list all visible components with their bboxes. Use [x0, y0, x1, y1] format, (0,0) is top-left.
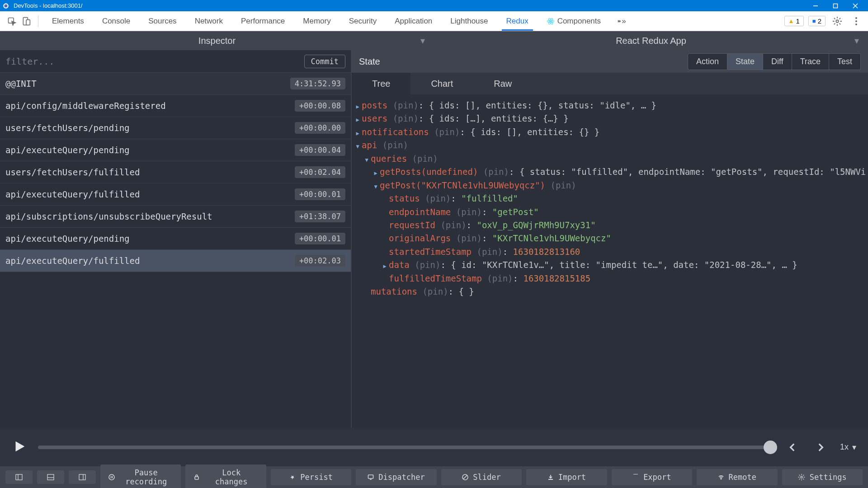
state-tree[interactable]: posts (pin): { ids: [], entities: {}, st…	[352, 94, 868, 428]
view-test[interactable]: Test	[829, 53, 861, 70]
action-row[interactable]: api/subscriptions/unsubscribeQueryResult…	[0, 206, 351, 228]
pause-icon	[108, 474, 115, 480]
more-tabs-icon[interactable]: »	[614, 14, 629, 28]
state-pane: State ActionStateDiffTraceTest TreeChart…	[352, 50, 868, 428]
view-action[interactable]: Action	[688, 53, 727, 70]
export-button[interactable]: Export	[612, 469, 692, 485]
view-trace[interactable]: Trace	[792, 53, 829, 70]
step-forward-button[interactable]	[812, 439, 829, 456]
action-row[interactable]: api/executeQuery/pending+00:00.01	[0, 228, 351, 250]
action-name: api/config/middlewareRegistered	[5, 101, 295, 111]
action-row[interactable]: @@INIT4:31:52.93	[0, 73, 351, 95]
commit-button[interactable]: Commit	[304, 55, 345, 68]
expand-icon[interactable]	[354, 99, 362, 112]
action-time: +00:02.03	[295, 255, 345, 267]
svg-point-16	[855, 20, 857, 22]
pause-label: Pause recording	[119, 468, 173, 486]
expand-icon[interactable]	[354, 126, 362, 139]
slider-thumb[interactable]	[764, 441, 777, 454]
subtab-raw[interactable]: Raw	[473, 73, 532, 94]
expand-icon[interactable]	[354, 112, 362, 125]
more-menu-icon[interactable]	[849, 14, 863, 28]
tab-sources[interactable]: Sources	[139, 11, 185, 31]
svg-point-17	[855, 23, 857, 25]
subtab-chart[interactable]: Chart	[410, 73, 473, 94]
window-minimize-button[interactable]	[806, 0, 826, 11]
inspect-element-icon[interactable]	[5, 14, 19, 28]
action-name: api/executeQuery/pending	[5, 145, 295, 155]
expand-icon[interactable]	[372, 165, 380, 178]
window-close-button[interactable]	[845, 0, 865, 11]
action-list[interactable]: @@INIT4:31:52.93api/config/middlewareReg…	[0, 73, 351, 428]
device-toolbar-icon[interactable]	[19, 14, 33, 28]
messages-badge[interactable]: 2	[808, 16, 826, 26]
view-state[interactable]: State	[727, 53, 763, 70]
action-row[interactable]: users/fetchUsers/fulfilled+00:02.04	[0, 161, 351, 183]
tab-components-label: Components	[557, 17, 601, 26]
collapse-icon[interactable]	[363, 152, 371, 165]
svg-point-24	[109, 474, 114, 480]
svg-rect-20	[47, 474, 54, 480]
svg-rect-4	[834, 4, 838, 8]
action-name: api/subscriptions/unsubscribeQueryResult	[5, 211, 295, 221]
action-name: api/executeQuery/pending	[5, 234, 295, 244]
tab-lighthouse[interactable]: Lighthouse	[441, 11, 497, 31]
action-row[interactable]: api/executeQuery/pending+00:00.04	[0, 139, 351, 161]
step-back-button[interactable]	[784, 439, 801, 456]
collapse-icon[interactable]	[372, 179, 380, 192]
lock-changes-button[interactable]: Lock changes	[185, 465, 266, 488]
slider-button[interactable]: Slider	[441, 469, 522, 485]
window-title: DevTools - localhost:3001/	[14, 2, 82, 9]
action-row[interactable]: users/fetchUsers/pending+00:00.00	[0, 117, 351, 139]
play-button[interactable]	[12, 439, 27, 455]
instance-title: React Redux App	[616, 36, 686, 46]
window-maximize-button[interactable]	[826, 0, 845, 11]
gear-icon	[798, 474, 805, 481]
subtab-tree[interactable]: Tree	[352, 73, 410, 94]
filter-input[interactable]	[5, 56, 304, 67]
tab-security[interactable]: Security	[340, 11, 386, 31]
state-subtabs: TreeChartRaw	[352, 73, 868, 94]
svg-point-2	[5, 5, 7, 7]
tab-performance[interactable]: Performance	[232, 11, 294, 31]
tab-redux[interactable]: Redux	[497, 11, 538, 31]
action-time: +00:00.04	[295, 144, 345, 156]
devtools-tabs: Elements Console Sources Network Perform…	[43, 11, 629, 31]
import-button[interactable]: Import	[526, 469, 607, 485]
timeline-slider[interactable]	[38, 446, 773, 449]
layout-right-button[interactable]	[69, 470, 96, 484]
tab-components[interactable]: Components	[538, 11, 610, 31]
tab-memory[interactable]: Memory	[294, 11, 340, 31]
pause-recording-button[interactable]: Pause recording	[100, 465, 181, 488]
tab-application[interactable]: Application	[386, 11, 441, 31]
window-titlebar: DevTools - localhost:3001/	[0, 0, 868, 11]
remote-button[interactable]: Remote	[697, 469, 777, 485]
layout-bottom-button[interactable]	[37, 470, 64, 484]
expand-icon[interactable]	[381, 258, 389, 272]
collapse-icon[interactable]	[354, 139, 362, 152]
tab-elements[interactable]: Elements	[43, 11, 93, 31]
settings-gear-icon[interactable]	[830, 14, 844, 28]
warnings-badge[interactable]: 1	[784, 16, 804, 26]
tab-network[interactable]: Network	[186, 11, 232, 31]
view-diff[interactable]: Diff	[763, 53, 792, 70]
instance-dropdown-icon[interactable]: ▾	[854, 35, 859, 46]
redux-header: Inspector ▾ React Redux App ▾	[0, 31, 868, 50]
layout-left-button[interactable]	[5, 470, 33, 484]
persist-button[interactable]: Persist	[271, 469, 351, 485]
tab-console[interactable]: Console	[93, 11, 139, 31]
action-row[interactable]: api/config/middlewareRegistered+00:00.08	[0, 95, 351, 117]
dispatcher-button[interactable]: Dispatcher	[356, 469, 436, 485]
action-row[interactable]: api/executeQuery/fulfilled+00:00.01	[0, 183, 351, 206]
action-row[interactable]: api/executeQuery/fulfilled+00:02.03	[0, 250, 351, 272]
export-label: Export	[643, 473, 671, 482]
no-icon	[462, 474, 468, 480]
inspector-title: Inspector	[198, 36, 236, 46]
speed-select[interactable]: 1x ▾	[840, 442, 856, 452]
instance-title-bar: React Redux App ▾	[434, 31, 868, 50]
remote-label: Remote	[729, 473, 756, 482]
svg-rect-27	[195, 477, 198, 479]
settings-button[interactable]: Settings	[782, 469, 863, 485]
inspector-dropdown-icon[interactable]: ▾	[420, 35, 425, 46]
devtools-tabbar: Elements Console Sources Network Perform…	[0, 11, 868, 31]
